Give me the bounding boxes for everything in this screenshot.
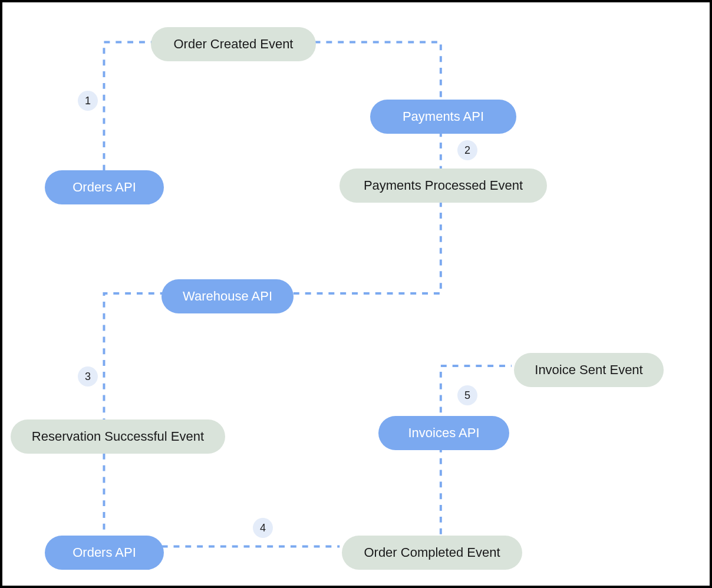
step-badge-3: 3	[78, 366, 98, 387]
reservation-successful-event-node: Reservation Successful Event	[11, 419, 225, 454]
step-badge-4: 4	[253, 518, 273, 538]
node-label: Reservation Successful Event	[32, 429, 204, 444]
step-badge-2: 2	[457, 140, 477, 160]
step-badge-5: 5	[457, 385, 477, 405]
node-label: Orders API	[72, 180, 136, 195]
node-label: Payments API	[403, 109, 484, 124]
orders-api-node-bottom: Orders API	[45, 536, 164, 570]
step-number: 3	[85, 371, 91, 383]
node-label: Order Created Event	[174, 37, 294, 52]
connector-lines	[2, 2, 710, 586]
payments-processed-event-node: Payments Processed Event	[339, 169, 547, 203]
node-label: Invoice Sent Event	[535, 362, 642, 378]
order-created-event-node: Order Created Event	[151, 27, 316, 61]
node-label: Order Completed Event	[364, 545, 500, 560]
node-label: Invoices API	[408, 425, 479, 441]
warehouse-api-node: Warehouse API	[161, 279, 294, 313]
node-label: Orders API	[72, 545, 136, 560]
step-number: 4	[260, 522, 266, 534]
node-label: Payments Processed Event	[364, 178, 523, 193]
diagram-canvas: Orders API Payments API Warehouse API Or…	[0, 0, 712, 588]
orders-api-node-top: Orders API	[45, 170, 164, 204]
step-number: 1	[85, 95, 91, 107]
payments-api-node: Payments API	[370, 100, 516, 134]
invoices-api-node: Invoices API	[378, 416, 509, 450]
node-label: Warehouse API	[183, 289, 272, 304]
step-number: 5	[464, 389, 470, 402]
step-badge-1: 1	[78, 91, 98, 111]
invoice-sent-event-node: Invoice Sent Event	[514, 353, 664, 387]
order-completed-event-node: Order Completed Event	[342, 536, 522, 570]
step-number: 2	[464, 144, 470, 157]
